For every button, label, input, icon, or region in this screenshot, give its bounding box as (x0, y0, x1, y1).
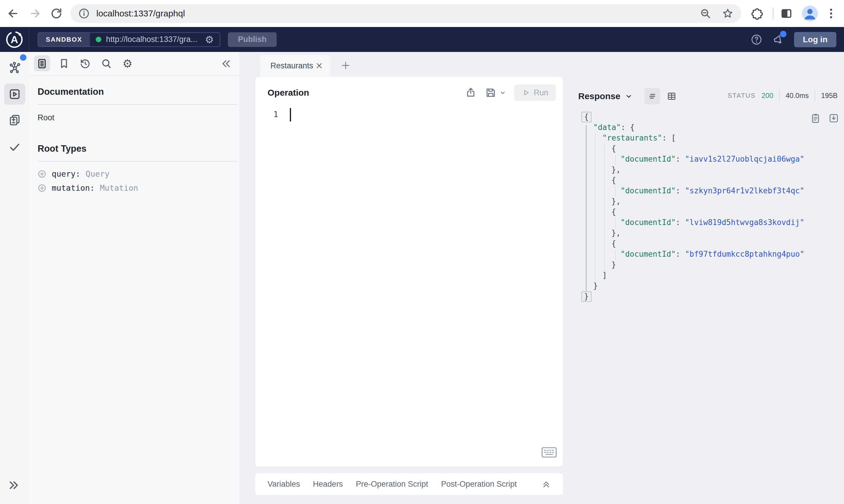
editor-line-number: 1 (273, 110, 278, 119)
code-line[interactable]: { (584, 111, 804, 122)
notification-badge (780, 31, 787, 37)
left-rail (0, 52, 29, 504)
help-icon[interactable] (751, 34, 762, 46)
raw-view-toggle[interactable] (644, 88, 660, 105)
operation-tab[interactable]: Restaurants (260, 54, 331, 77)
keyboard-shortcuts-icon[interactable] (541, 447, 557, 458)
root-type-query-row[interactable]: query: Query (38, 169, 109, 178)
new-tab-icon[interactable] (338, 58, 353, 73)
response-options-chevron-icon[interactable] (624, 92, 633, 101)
tab-label[interactable]: Restaurants (271, 61, 315, 70)
search-icon[interactable] (100, 58, 112, 70)
download-response-icon[interactable] (828, 113, 839, 124)
code-line: "restaurants": [ (584, 132, 804, 143)
code-line: { (584, 175, 804, 185)
tab-pre-operation-script[interactable]: Pre-Operation Script (356, 480, 428, 489)
bookmark-star-icon[interactable] (722, 7, 734, 19)
explorer-icon[interactable] (8, 88, 21, 101)
root-type-type[interactable]: Query (86, 169, 109, 178)
status-code: 200 (761, 92, 773, 100)
root-types-title: Root Types (38, 143, 87, 154)
browser-chrome: localhost:1337/graphql (0, 0, 844, 27)
docs-toolbar: ⚙ (29, 52, 239, 76)
side-panel-icon[interactable] (780, 7, 793, 20)
code-line: } (584, 259, 804, 270)
login-button[interactable]: Log in (794, 32, 837, 47)
root-type-field[interactable]: mutation: (52, 183, 94, 193)
expand-plus-icon[interactable] (38, 169, 47, 178)
workspace: Restaurants Operation Run (239, 52, 844, 504)
code-line: { (584, 206, 804, 217)
operation-editor-panel: Operation Run 1 (255, 77, 563, 467)
docs-title: Documentation (38, 87, 104, 97)
copy-response-icon[interactable] (810, 113, 821, 124)
root-type-type[interactable]: Mutation (100, 183, 138, 193)
sandbox-label: SANDBOX (38, 33, 90, 46)
code-line: { (584, 143, 804, 154)
tab-headers[interactable]: Headers (313, 480, 343, 489)
schema-notification-badge (20, 54, 27, 61)
code-line: "documentId": "iavv1s2l27uoblqcjai06wga" (584, 154, 804, 164)
browser-menu-icon[interactable] (825, 7, 838, 20)
code-line: }, (584, 196, 804, 206)
documentation-tab-icon[interactable] (36, 58, 48, 70)
code-line: }, (584, 164, 804, 175)
response-json: {"data": {"restaurants": [{"documentId":… (584, 111, 804, 302)
root-type-mutation-row[interactable]: mutation: Mutation (38, 183, 138, 193)
endpoint-settings-icon[interactable]: ⚙ (205, 35, 214, 44)
site-info-icon[interactable] (78, 7, 90, 19)
response-time: 40.0ms (786, 92, 809, 100)
tab-post-operation-script[interactable]: Post-Operation Script (441, 480, 517, 489)
close-tab-icon[interactable] (315, 61, 324, 70)
collapse-sidebar-icon[interactable] (220, 58, 232, 70)
root-type-field[interactable]: query: (52, 169, 81, 178)
browser-profile-avatar[interactable] (802, 5, 818, 21)
app-header: A SANDBOX http://localhost:1337/gra... ⚙… (0, 27, 844, 52)
code-line: { (584, 238, 804, 249)
expand-panel-icon[interactable] (541, 479, 551, 489)
saved-operations-icon[interactable] (58, 58, 70, 70)
play-icon (522, 89, 530, 97)
endpoint-box: SANDBOX http://localhost:1337/gra... ⚙ (38, 32, 220, 47)
table-view-toggle[interactable] (664, 88, 679, 105)
history-icon[interactable] (79, 58, 91, 70)
docs-root-link[interactable]: Root (38, 113, 54, 122)
url-text[interactable]: localhost:1337/graphql (96, 8, 689, 18)
status-label: STATUS (728, 92, 756, 100)
run-label: Run (534, 88, 548, 97)
expand-rail-icon[interactable] (7, 479, 20, 492)
code-line: "data": { (584, 122, 804, 132)
apollo-logo[interactable]: A (0, 27, 29, 52)
announcements-icon[interactable] (772, 34, 784, 46)
response-size: 195B (821, 92, 838, 100)
save-icon[interactable] (485, 87, 497, 98)
save-options-chevron-icon[interactable] (499, 89, 506, 96)
settings-gear-icon[interactable]: ⚙ (122, 58, 133, 70)
documentation-panel: ⚙ Documentation Root Root Types query: Q… (29, 52, 239, 504)
browser-reload-button[interactable] (50, 7, 63, 20)
code-line[interactable]: } (584, 291, 804, 302)
code-line: "documentId": "bf97tfdumkcc8ptahkng4puo" (584, 249, 804, 259)
publish-button[interactable]: Publish (228, 32, 277, 47)
changelog-icon[interactable] (8, 113, 21, 126)
extensions-icon[interactable] (751, 7, 763, 20)
checks-icon[interactable] (8, 141, 21, 154)
zoom-out-icon[interactable] (700, 7, 711, 19)
code-line: ] (584, 270, 804, 281)
share-icon[interactable] (465, 87, 477, 98)
response-title: Response (578, 91, 620, 101)
metric-divider (779, 90, 780, 102)
browser-back-button[interactable] (6, 7, 19, 20)
toolbar-divider (773, 7, 774, 19)
browser-forward-button[interactable] (29, 7, 42, 20)
editor-caret (290, 108, 291, 122)
tab-variables[interactable]: Variables (268, 480, 300, 489)
schema-graph-icon[interactable] (8, 61, 21, 74)
address-bar[interactable]: localhost:1337/graphql (70, 4, 741, 23)
run-button[interactable]: Run (514, 85, 556, 101)
secondary-editors-bar: Variables Headers Pre-Operation Script P… (255, 473, 563, 495)
endpoint-url[interactable]: http://localhost:1337/gra... (106, 35, 197, 44)
expand-plus-icon[interactable] (38, 184, 47, 193)
code-line: } (584, 281, 804, 291)
code-line: "documentId": "szkyn3pr64r1v2lkebf3t4qc" (584, 185, 804, 196)
